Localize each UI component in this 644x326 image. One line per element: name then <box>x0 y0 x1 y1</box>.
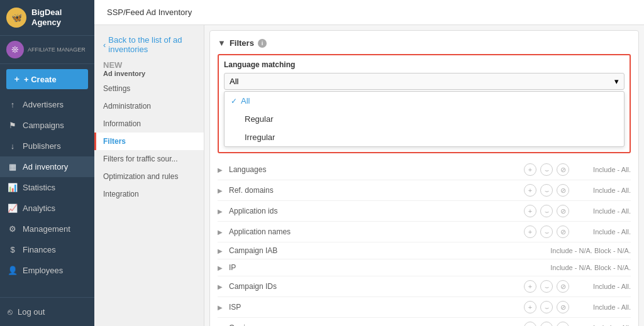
edit-icon[interactable]: ⌣ <box>540 301 553 313</box>
new-label: New Ad inventory <box>94 58 204 80</box>
sidebar-item-employees[interactable]: 👤 Employees <box>0 260 94 281</box>
sub-nav-administration[interactable]: Administration <box>94 97 204 115</box>
content-area: ‹ Back to the list of ad inventories New… <box>94 25 644 326</box>
sidebar-item-campaigns[interactable]: ⚑ Campaigns <box>0 115 94 136</box>
filter-status: Include - All. <box>574 166 631 173</box>
block-icon[interactable]: ⊘ <box>557 301 569 313</box>
sidebar-nav: ↑ Advertisers ⚑ Campaigns ↓ Publishers ▦… <box>0 94 94 297</box>
employees-icon: 👤 <box>8 266 18 275</box>
filter-name: ISP <box>229 303 519 312</box>
add-icon[interactable]: + <box>524 184 536 197</box>
filter-name: Campaign IAB <box>229 246 545 255</box>
filter-status: Include - All. <box>574 283 631 290</box>
sidebar-bottom: ⎋ Log out <box>0 297 94 326</box>
chevron-down-icon: ▾ <box>614 77 619 86</box>
add-icon[interactable]: + <box>524 280 536 293</box>
expand-arrow-icon[interactable]: ▶ <box>218 208 224 215</box>
sub-nav-filters[interactable]: Filters <box>94 133 204 150</box>
logo-icon: 🦋 <box>6 8 26 28</box>
logo: 🦋 BigDeal Agency <box>0 0 94 36</box>
create-label: + Create <box>24 75 57 84</box>
block-icon[interactable]: ⊘ <box>557 205 569 217</box>
sub-nav-settings[interactable]: Settings <box>94 80 204 97</box>
filter-status: Include - All. <box>574 303 631 311</box>
sidebar-item-management[interactable]: ⚙ Management <box>0 219 94 239</box>
filter-name: Application ids <box>229 207 519 215</box>
language-select-display[interactable]: All ▾ <box>224 73 625 90</box>
plus-icon: ＋ <box>13 73 21 85</box>
logout-label: Log out <box>18 307 45 317</box>
add-icon[interactable]: + <box>524 205 536 217</box>
management-icon: ⚙ <box>8 224 18 234</box>
info-icon: i <box>258 39 267 48</box>
dropdown-item-all[interactable]: ✓ All <box>225 92 624 110</box>
filter-row-ip: ▶IPInclude - N/A. Block - N/A. <box>218 259 631 276</box>
filter-action-icons: +⌣⊘ <box>524 184 569 197</box>
block-icon[interactable]: ⊘ <box>557 280 569 293</box>
expand-arrow-icon[interactable]: ▶ <box>218 264 224 271</box>
block-icon[interactable]: ⊘ <box>557 184 569 197</box>
sub-nav-integration[interactable]: Integration <box>94 185 204 203</box>
filter-row-campaign-ids: ▶Campaign IDs+⌣⊘Include - All. <box>218 276 631 297</box>
expand-arrow-icon[interactable]: ▶ <box>218 229 224 236</box>
create-button[interactable]: ＋ + Create <box>6 69 88 89</box>
filter-rows: ▶Languages+⌣⊘Include - All.▶Ref. domains… <box>218 160 631 326</box>
sidebar-item-advertisers[interactable]: ↑ Advertisers <box>0 94 94 115</box>
edit-icon[interactable]: ⌣ <box>540 280 553 293</box>
sidebar-item-analytics[interactable]: 📈 Analytics <box>0 198 94 219</box>
filter-status: Include - All. <box>574 187 631 194</box>
language-select[interactable]: All ▾ ✓ All Regular <box>224 73 625 147</box>
back-link[interactable]: ‹ Back to the list of ad inventories <box>94 31 204 58</box>
finances-icon: $ <box>8 245 18 254</box>
language-matching-box: Language matching All ▾ ✓ All <box>218 54 631 153</box>
edit-icon[interactable]: ⌣ <box>540 205 553 217</box>
logout-button[interactable]: ⎋ Log out <box>8 304 87 320</box>
dropdown-item-irregular[interactable]: Irregular <box>225 128 624 146</box>
block-icon[interactable]: ⊘ <box>557 322 569 326</box>
filter-status: Include - All. <box>574 228 631 236</box>
filter-status: Include - N/A. Block - N/A. <box>550 264 631 271</box>
sub-nav-filters-traffic[interactable]: Filters for traffic sour... <box>94 150 204 168</box>
sub-nav-optimization[interactable]: Optimization and rules <box>94 168 204 185</box>
edit-icon[interactable]: ⌣ <box>540 322 553 326</box>
expand-arrow-icon[interactable]: ▶ <box>218 283 224 290</box>
expand-arrow-icon[interactable]: ▶ <box>218 187 224 194</box>
affiliate-label: AFFILIATE MANAGER <box>28 46 86 53</box>
filter-row-carrier: ▶Carrier+⌣⊘Include - All. <box>218 318 631 326</box>
block-icon[interactable]: ⊘ <box>557 163 569 176</box>
edit-icon[interactable]: ⌣ <box>540 225 553 238</box>
filter-name: IP <box>229 263 545 272</box>
filter-name: Carrier <box>229 323 519 326</box>
filter-row-campaign-iab: ▶Campaign IABInclude - N/A. Block - N/A. <box>218 242 631 259</box>
campaigns-icon: ⚑ <box>8 121 18 130</box>
add-icon[interactable]: + <box>524 163 536 176</box>
main-area: SSP/Feed Ad Inventory ‹ Back to the list… <box>94 0 644 326</box>
ad-inventory-icon: ▦ <box>8 162 18 171</box>
sidebar: 🦋 BigDeal Agency ❊ AFFILIATE MANAGER ＋ +… <box>0 0 94 326</box>
sidebar-item-publishers[interactable]: ↓ Publishers <box>0 136 94 156</box>
filters-card: ▼ Filters i Language matching All ▾ <box>209 30 639 326</box>
language-dropdown: ✓ All Regular Irregular <box>224 91 625 147</box>
expand-arrow-icon[interactable]: ▶ <box>218 166 224 173</box>
add-icon[interactable]: + <box>524 322 536 326</box>
statistics-icon: 📊 <box>8 183 18 192</box>
sidebar-item-ad-inventory[interactable]: ▦ Ad inventory <box>0 156 94 177</box>
back-link-label: Back to the list of ad inventories <box>108 35 195 54</box>
filter-action-icons: +⌣⊘ <box>524 205 569 217</box>
sidebar-item-statistics[interactable]: 📊 Statistics <box>0 177 94 198</box>
filter-status: Include - N/A. Block - N/A. <box>550 247 631 254</box>
filters-title: Filters <box>230 38 254 48</box>
expand-arrow-icon[interactable]: ▶ <box>218 247 224 254</box>
edit-icon[interactable]: ⌣ <box>540 163 553 176</box>
edit-icon[interactable]: ⌣ <box>540 184 553 197</box>
block-icon[interactable]: ⊘ <box>557 225 569 238</box>
filter-name: Application names <box>229 227 519 236</box>
add-icon[interactable]: + <box>524 301 536 313</box>
dropdown-item-regular[interactable]: Regular <box>225 110 624 128</box>
collapse-icon[interactable]: ▼ <box>218 38 226 48</box>
sub-nav: ‹ Back to the list of ad inventories New… <box>94 25 204 326</box>
sub-nav-information[interactable]: Information <box>94 115 204 133</box>
add-icon[interactable]: + <box>524 225 536 238</box>
sidebar-item-finances[interactable]: $ Finances <box>0 239 94 260</box>
expand-arrow-icon[interactable]: ▶ <box>218 304 224 311</box>
